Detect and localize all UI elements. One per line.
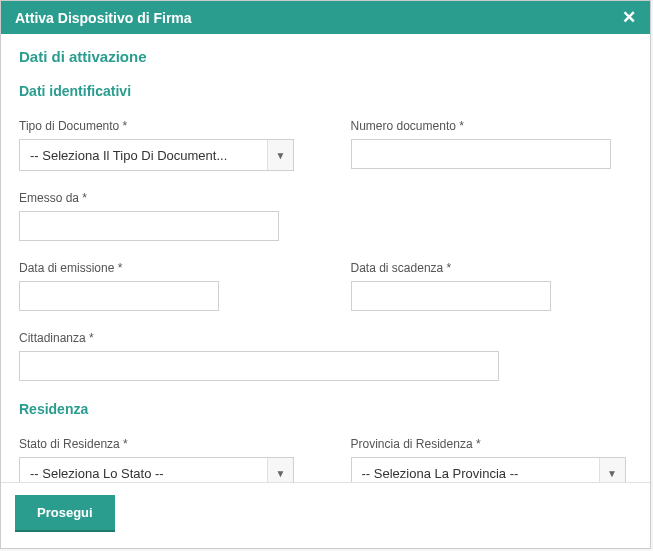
label-issuedate: Data di emissione * bbox=[19, 261, 301, 275]
label-expirydate: Data di scadenza * bbox=[351, 261, 633, 275]
modal-body-wrap: Dati di attivazione Dati identificativi … bbox=[1, 34, 650, 483]
col-empty-a bbox=[351, 191, 633, 241]
row-doctype-docnumber: Tipo di Documento * -- Seleziona Il Tipo… bbox=[19, 119, 632, 171]
label-docnumber: Numero documento * bbox=[351, 119, 633, 133]
select-doctype[interactable]: -- Seleziona Il Tipo Di Document... ▼ bbox=[19, 139, 294, 171]
input-issuedate[interactable] bbox=[19, 281, 219, 311]
select-residence-state[interactable]: -- Seleziona Lo Stato -- ▼ bbox=[19, 457, 294, 482]
input-docnumber[interactable] bbox=[351, 139, 611, 169]
row-issuedby: Emesso da * bbox=[19, 191, 632, 241]
chevron-down-icon: ▼ bbox=[267, 458, 293, 482]
col-citizenship: Cittadinanza * bbox=[19, 331, 632, 381]
select-doctype-text: -- Seleziona Il Tipo Di Document... bbox=[20, 148, 267, 163]
section-title-residence: Residenza bbox=[19, 401, 632, 417]
input-citizenship[interactable] bbox=[19, 351, 499, 381]
label-issuedby: Emesso da * bbox=[19, 191, 301, 205]
input-issuedby[interactable] bbox=[19, 211, 279, 241]
modal-title: Attiva Dispositivo di Firma bbox=[15, 10, 192, 26]
label-residence-state: Stato di Residenza * bbox=[19, 437, 301, 451]
input-expirydate[interactable] bbox=[351, 281, 551, 311]
label-doctype: Tipo di Documento * bbox=[19, 119, 301, 133]
col-issuedby: Emesso da * bbox=[19, 191, 301, 241]
chevron-down-icon: ▼ bbox=[599, 458, 625, 482]
row-citizenship: Cittadinanza * bbox=[19, 331, 632, 381]
select-residence-province-text: -- Seleziona La Provincia -- bbox=[352, 466, 599, 481]
modal-footer: Prosegui bbox=[1, 483, 650, 548]
col-residence-state: Stato di Residenza * -- Seleziona Lo Sta… bbox=[19, 437, 301, 482]
section-title-identity: Dati identificativi bbox=[19, 83, 632, 99]
col-docnumber: Numero documento * bbox=[351, 119, 633, 171]
row-residence: Stato di Residenza * -- Seleziona Lo Sta… bbox=[19, 437, 632, 482]
section-title-activation: Dati di attivazione bbox=[19, 48, 632, 65]
row-dates: Data di emissione * Data di scadenza * bbox=[19, 261, 632, 311]
col-expirydate: Data di scadenza * bbox=[351, 261, 633, 311]
select-residence-state-text: -- Seleziona Lo Stato -- bbox=[20, 466, 267, 481]
modal-activate-signature-device: Attiva Dispositivo di Firma ✕ Dati di at… bbox=[0, 0, 651, 549]
close-icon[interactable]: ✕ bbox=[622, 9, 636, 26]
col-doctype: Tipo di Documento * -- Seleziona Il Tipo… bbox=[19, 119, 301, 171]
label-citizenship: Cittadinanza * bbox=[19, 331, 632, 345]
col-residence-province: Provincia di Residenza * -- Seleziona La… bbox=[351, 437, 633, 482]
col-issuedate: Data di emissione * bbox=[19, 261, 301, 311]
modal-header: Attiva Dispositivo di Firma ✕ bbox=[1, 1, 650, 34]
label-residence-province: Provincia di Residenza * bbox=[351, 437, 633, 451]
select-residence-province[interactable]: -- Seleziona La Provincia -- ▼ bbox=[351, 457, 626, 482]
proceed-button[interactable]: Prosegui bbox=[15, 495, 115, 532]
chevron-down-icon: ▼ bbox=[267, 140, 293, 170]
modal-body[interactable]: Dati di attivazione Dati identificativi … bbox=[1, 34, 650, 482]
